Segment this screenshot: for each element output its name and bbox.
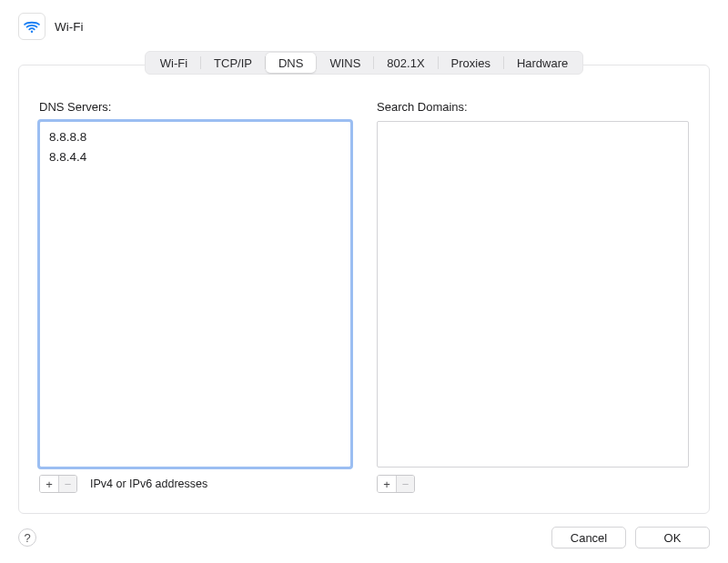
content-panel: DNS Servers: 8.8.8.8 8.8.4.4 + − IPv4 or [18,65,710,514]
add-domain-button[interactable]: + [378,476,396,492]
minus-icon: − [402,478,410,490]
svg-point-0 [31,30,34,33]
dns-servers-label: DNS Servers: [39,100,351,114]
cancel-button[interactable]: Cancel [551,527,626,548]
tab-dns[interactable]: DNS [266,53,316,73]
domains-add-remove-group: + − [377,475,415,493]
search-domains-section: Search Domains: + − [377,100,689,493]
page-title: Wi-Fi [55,20,83,34]
ok-button[interactable]: OK [635,527,710,548]
tab-wins[interactable]: WINS [317,53,373,73]
list-item[interactable] [385,127,681,147]
footer: ? Cancel OK [18,527,710,548]
list-item[interactable]: 8.8.8.8 [47,127,343,147]
tab-wifi[interactable]: Wi-Fi [147,53,200,73]
header: Wi-Fi [18,13,710,40]
tab-proxies[interactable]: Proxies [439,53,503,73]
dns-hint: IPv4 or IPv6 addresses [90,478,207,490]
remove-domain-button[interactable]: − [396,476,414,492]
dns-add-remove-group: + − [39,475,77,493]
dns-servers-section: DNS Servers: 8.8.8.8 8.8.4.4 + − IPv4 or [39,100,351,493]
tab-hardware[interactable]: Hardware [504,53,581,73]
plus-icon: + [383,478,390,490]
tab-bar: Wi-Fi TCP/IP DNS WINS 802.1X Proxies Har… [18,51,710,76]
minus-icon: − [65,478,72,490]
tab-8021x[interactable]: 802.1X [374,53,437,73]
dns-servers-list[interactable]: 8.8.8.8 8.8.4.4 [39,121,351,467]
help-icon: ? [24,531,30,545]
plus-icon: + [46,478,53,490]
tab-tcpip[interactable]: TCP/IP [201,53,265,73]
network-advanced-window: Wi-Fi Wi-Fi TCP/IP DNS WINS 802.1X Proxi… [0,0,728,563]
remove-dns-button[interactable]: − [58,476,76,492]
search-domains-list[interactable] [377,121,689,467]
search-domains-label: Search Domains: [377,100,689,114]
help-button[interactable]: ? [18,528,36,547]
list-item[interactable]: 8.8.4.4 [47,147,343,167]
add-dns-button[interactable]: + [40,476,58,492]
wifi-icon [18,13,46,40]
